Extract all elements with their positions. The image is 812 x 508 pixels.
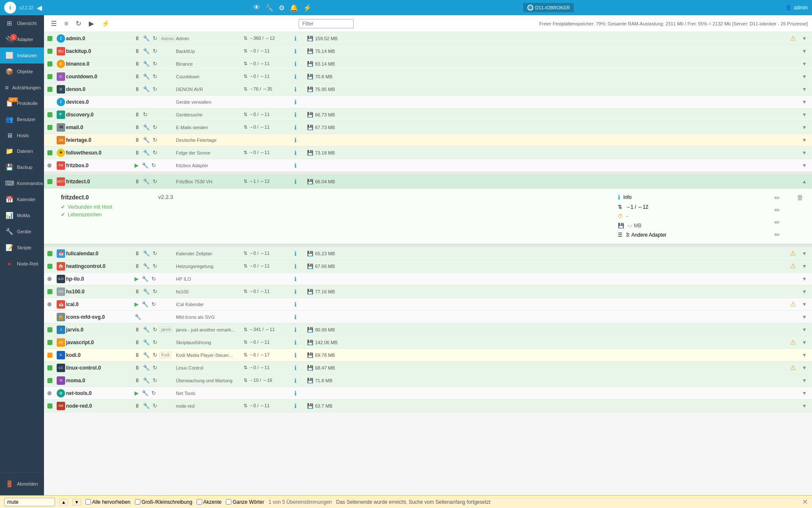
pause-button[interactable]: ⏸ bbox=[134, 47, 141, 55]
sidebar-item-kommandos[interactable]: ⌨ Kommandos bbox=[0, 175, 44, 191]
expand-button[interactable]: ▼ bbox=[800, 352, 809, 358]
info-button[interactable]: ℹ bbox=[294, 35, 307, 42]
edit3-button[interactable]: ✏ bbox=[774, 218, 780, 226]
play-button[interactable]: ▶ bbox=[134, 275, 140, 283]
config-button[interactable]: 🔧 bbox=[142, 149, 151, 157]
case-sensitive-check[interactable]: Groß-/Kleinschreibung bbox=[135, 499, 192, 505]
config-button[interactable]: 🔧 bbox=[141, 300, 149, 308]
pause-button[interactable]: ⏸ bbox=[134, 262, 141, 270]
config-button[interactable]: 🔧 bbox=[142, 338, 151, 346]
expand-button[interactable]: ▼ bbox=[800, 276, 809, 282]
restart-button[interactable]: ↻ bbox=[152, 136, 158, 144]
restart-button[interactable]: ↻ bbox=[152, 364, 158, 372]
restart-button[interactable]: ↻ bbox=[152, 34, 158, 42]
gear-icon[interactable]: ⚙ bbox=[279, 4, 285, 12]
host-badge[interactable]: D11-IOBROKER bbox=[523, 3, 574, 12]
pause-button[interactable]: ⏸ bbox=[134, 351, 141, 359]
expand-button[interactable]: ▼ bbox=[800, 99, 809, 105]
edit2-button[interactable]: ✏ bbox=[774, 206, 780, 214]
restart-button[interactable]: ↻ bbox=[142, 110, 148, 119]
play-button[interactable]: ▶ bbox=[86, 18, 96, 29]
config-button[interactable]: 🔧 bbox=[142, 136, 151, 144]
eye-icon[interactable]: 👁 bbox=[253, 4, 260, 11]
pause-button[interactable]: ⏸ bbox=[134, 34, 141, 42]
pause-button[interactable]: ⏸ bbox=[134, 364, 141, 372]
expand-button[interactable]: ▼ bbox=[800, 365, 809, 371]
list-view-button[interactable]: ☰ bbox=[48, 18, 59, 29]
compact-view-button[interactable]: ≡ bbox=[62, 18, 71, 29]
pause-button[interactable]: ⏸ bbox=[134, 123, 141, 131]
case-sensitive-checkbox[interactable] bbox=[135, 499, 140, 505]
user-menu[interactable]: 👤 admin bbox=[785, 5, 808, 11]
restart-button[interactable]: ↻ bbox=[152, 262, 158, 270]
pause-button[interactable]: ⏸ bbox=[134, 177, 141, 185]
pause-button[interactable]: ⏸ bbox=[134, 338, 141, 346]
highlight-all-checkbox[interactable] bbox=[85, 499, 91, 505]
sidebar-item-instanzen[interactable]: ⬜ Instanzen bbox=[0, 47, 44, 64]
pause-button[interactable]: ⏸ bbox=[134, 402, 141, 410]
edit4-button[interactable]: ✏ bbox=[774, 231, 780, 239]
restart-button[interactable]: ↻ bbox=[152, 123, 158, 131]
restart-button[interactable]: ↻ bbox=[152, 376, 158, 384]
sidebar-item-kalender[interactable]: 📅 Kalender bbox=[0, 191, 44, 207]
sidebar-item-protokolle[interactable]: 📋 Protokolle SPY bbox=[0, 95, 44, 111]
expand-button[interactable]: ▼ bbox=[800, 86, 809, 92]
restart-button[interactable]: ↻ bbox=[152, 338, 158, 346]
bell-icon[interactable]: 🔔 bbox=[290, 4, 298, 12]
config-button[interactable]: 🔧 bbox=[142, 287, 151, 295]
close-search-button[interactable]: ✕ bbox=[802, 498, 808, 506]
collapse-button[interactable]: ▲ bbox=[800, 179, 809, 185]
search-up-button[interactable]: ▲ bbox=[59, 499, 68, 505]
restart-button[interactable]: ↻ bbox=[151, 275, 157, 283]
play-button[interactable]: ▶ bbox=[134, 300, 140, 308]
wrench-icon[interactable]: 🔧 bbox=[265, 4, 274, 12]
pause-button[interactable]: ⏸ bbox=[134, 72, 141, 80]
sidebar-item-objekte[interactable]: 📦 Objekte bbox=[0, 64, 44, 80]
sidebar-item-ubersicht[interactable]: ⊞ Übersicht bbox=[0, 15, 44, 31]
edit-button[interactable]: ✏ bbox=[774, 194, 780, 202]
pause-button[interactable]: ⏸ bbox=[134, 85, 141, 93]
sidebar-item-abmelden[interactable]: 🚪 Abmelden bbox=[0, 476, 44, 492]
restart-button[interactable]: ↻ bbox=[152, 402, 158, 410]
restart-button[interactable]: ↻ bbox=[152, 249, 158, 257]
expand-button[interactable]: ▼ bbox=[800, 378, 809, 384]
lightning-icon[interactable]: ⚡ bbox=[303, 4, 312, 12]
sidebar-item-backup[interactable]: 💾 Backup bbox=[0, 159, 44, 175]
pause-button[interactable]: ⏸ bbox=[134, 326, 141, 334]
pause-button[interactable]: ⏸ bbox=[134, 287, 141, 295]
restart-button[interactable]: ↻ bbox=[152, 149, 158, 157]
whole-words-checkbox[interactable] bbox=[226, 499, 231, 505]
expand-button[interactable]: ▼ bbox=[800, 150, 809, 156]
expand-button[interactable]: ▼ bbox=[800, 137, 809, 143]
restart-button[interactable]: ↻ bbox=[152, 287, 158, 295]
highlight-all-check[interactable]: Alle hervorheben bbox=[85, 499, 131, 505]
pause-button[interactable]: ⏸ bbox=[134, 376, 141, 384]
expand-button[interactable]: ▼ bbox=[800, 263, 809, 269]
config-button[interactable]: 🔧 bbox=[141, 161, 149, 169]
config-button[interactable]: 🔧 bbox=[142, 376, 151, 384]
play-button[interactable]: ▶ bbox=[134, 389, 140, 397]
expand-button[interactable]: ▼ bbox=[800, 327, 809, 333]
config-button[interactable]: 🔧 bbox=[142, 177, 151, 185]
restart-button[interactable]: ↻ bbox=[151, 389, 157, 397]
pause-button[interactable]: ⏸ bbox=[134, 136, 141, 144]
restart-button[interactable]: ↻ bbox=[151, 300, 157, 308]
expand-button[interactable]: ▼ bbox=[800, 314, 809, 320]
restart-button[interactable]: ↻ bbox=[152, 177, 158, 185]
expand-button[interactable]: ▼ bbox=[800, 403, 809, 409]
expand-button[interactable]: ▼ bbox=[800, 163, 809, 168]
pause-button[interactable]: ⏸ bbox=[134, 60, 141, 68]
pause-button[interactable]: ⏸ bbox=[134, 249, 141, 257]
config-button[interactable]: 🔧 bbox=[142, 34, 151, 42]
expand-button[interactable]: ▼ bbox=[800, 61, 809, 67]
delete-button[interactable]: 🗑 bbox=[797, 194, 804, 202]
search-down-button[interactable]: ▼ bbox=[72, 499, 81, 505]
expand-button[interactable]: ▼ bbox=[800, 48, 809, 54]
expand-button[interactable]: ▼ bbox=[800, 251, 809, 257]
restart-button[interactable]: ↻ bbox=[152, 72, 158, 80]
accents-checkbox[interactable] bbox=[197, 499, 202, 505]
refresh-button[interactable]: ↻ bbox=[73, 18, 84, 29]
expand-button[interactable]: ▼ bbox=[800, 124, 809, 130]
sidebar-item-dateien[interactable]: 📁 Dateien bbox=[0, 143, 44, 159]
config-button[interactable]: 🔧 bbox=[142, 47, 151, 55]
